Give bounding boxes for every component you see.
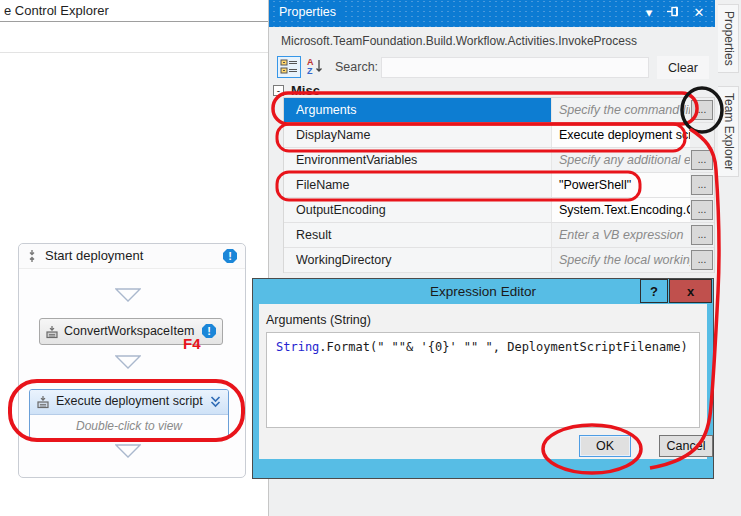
activity-label: ConvertWorkspaceItem [64,324,194,338]
search-input[interactable] [381,57,649,78]
property-row-arguments[interactable]: Arguments Specify the command line ... [284,98,714,123]
side-tab-team-explorer[interactable]: Team Explorer [718,86,739,177]
activity-icon [36,395,50,413]
expression-body: .Format(" ""& '{0}' "" ", DeploymentScri… [319,340,687,354]
flow-connector-triangle [115,288,141,302]
property-name[interactable]: Result [284,223,552,247]
property-name[interactable]: Arguments [284,98,552,122]
property-row-result[interactable]: Result Enter a VB expression ... [284,223,714,248]
window-position-dropdown-icon[interactable]: ▾ [640,5,658,21]
property-value[interactable]: Specify the command line [552,98,690,122]
property-row-displayname[interactable]: DisplayName Execute deployment script [284,123,714,148]
side-tab-strip: Properties Team Explorer [715,0,741,516]
help-button[interactable]: ? [640,279,668,303]
document-tab[interactable]: e Control Explorer [0,0,268,22]
property-name[interactable]: OutputEncoding [284,198,552,222]
expression-textbox[interactable]: String.Format(" ""& '{0}' "" ", Deployme… [266,332,700,428]
property-row-outputencoding[interactable]: OutputEncoding System.Text.Encoding.GetE… [284,198,714,223]
property-value[interactable]: System.Text.Encoding.GetE [552,198,690,222]
property-value[interactable]: Specify the local working d [552,248,690,272]
property-name[interactable]: WorkingDirectory [284,248,552,272]
pin-icon[interactable] [664,5,682,22]
collapse-chevron-icon[interactable] [209,395,222,413]
flow-connector-triangle [115,444,141,458]
svg-text:!: ! [207,325,211,337]
dialog-content: Arguments (String) String.Format(" ""& '… [259,304,707,459]
property-row-workingdirectory[interactable]: WorkingDirectory Specify the local worki… [284,248,714,273]
activity-execute-deployment-script[interactable]: Execute deployment script Double-click t… [29,389,229,439]
cancel-button[interactable]: Cancel [659,435,713,457]
close-icon[interactable]: ✕ [690,5,708,21]
property-value[interactable]: Execute deployment script [552,123,690,147]
outputencoding-ellipsis-button[interactable]: ... [691,200,713,220]
validation-info-icon[interactable]: ! [201,323,217,339]
filename-ellipsis-button[interactable]: ... [691,175,713,195]
sequence-header[interactable]: Start deployment ! [19,244,245,269]
expression-editor-dialog: Expression Editor ? x Arguments (String)… [252,278,714,479]
sequence-title: Start deployment [45,248,143,263]
activity-label: Execute deployment script [56,394,203,408]
properties-toolbar: AZ Search: Clear [269,56,716,80]
ok-button[interactable]: OK [579,435,631,457]
property-row-environmentvariables[interactable]: EnvironmentVariables Specify any additio… [284,148,714,173]
search-label: Search: [335,60,378,74]
category-label: Misc [291,83,320,98]
dialog-close-button[interactable]: x [669,279,712,303]
properties-titlebar[interactable]: Properties ▾ ✕ [269,0,716,27]
side-tab-properties[interactable]: Properties [718,4,739,73]
collapse-expander-icon[interactable]: - [273,85,284,96]
environmentvariables-ellipsis-button[interactable]: ... [691,150,713,170]
alphabetical-sort-button[interactable]: AZ [304,56,328,78]
property-value[interactable]: "PowerShell" [552,173,690,197]
workingdirectory-ellipsis-button[interactable]: ... [691,250,713,270]
document-panel: e Control Explorer Start deployment ! Co… [0,0,268,516]
toolbar-divider [0,52,268,53]
property-grid: Arguments Specify the command line ... D… [283,97,715,273]
activity-header[interactable]: Execute deployment script [30,390,228,415]
property-name[interactable]: DisplayName [284,123,552,147]
property-row-filename[interactable]: FileName "PowerShell" ... [284,173,714,198]
property-name[interactable]: FileName [284,173,552,197]
property-value[interactable]: Enter a VB expression [552,223,690,247]
sequence-activity[interactable]: Start deployment ! ConvertWorkspaceItem … [18,243,246,478]
validation-info-icon[interactable]: ! [222,248,238,264]
f4-annotation: F4 [183,335,201,352]
property-name[interactable]: EnvironmentVariables [284,148,552,172]
clear-search-button[interactable]: Clear [657,56,709,79]
svg-text:!: ! [228,250,232,262]
arguments-ellipsis-button[interactable]: ... [691,100,713,120]
svg-text:Z: Z [307,66,313,76]
activity-collapsed-hint[interactable]: Double-click to view [30,415,228,438]
expression-keyword: String [276,340,319,354]
property-value[interactable]: Specify any additional envi [552,148,690,172]
categorized-view-button[interactable] [277,56,301,78]
properties-title: Properties [279,5,342,19]
sequence-icon [25,249,39,267]
expression-field-label: Arguments (String) [266,313,371,327]
result-ellipsis-button[interactable]: ... [691,225,713,245]
flow-connector-triangle [115,355,141,369]
activity-icon [45,325,59,343]
selected-object-name: Microsoft.TeamFoundation.Build.Workflow.… [281,34,711,48]
document-tab-label: e Control Explorer [4,3,109,18]
